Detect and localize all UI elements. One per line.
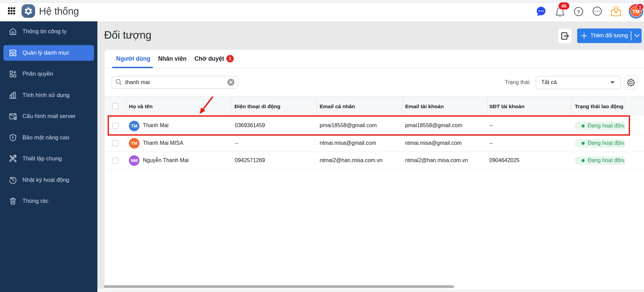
svg-text:?: ?	[577, 9, 580, 15]
